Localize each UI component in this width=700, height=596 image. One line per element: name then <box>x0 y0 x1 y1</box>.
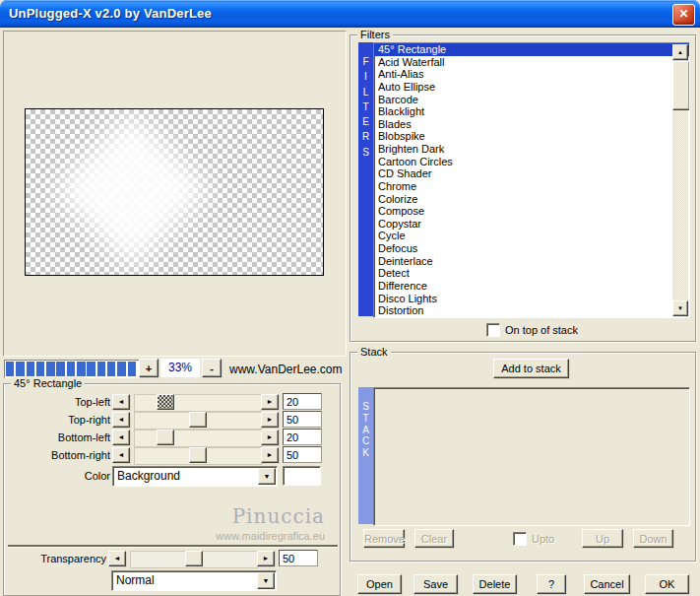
transparency-track[interactable] <box>130 551 258 568</box>
watermark-text: Pinuccia <box>128 504 325 528</box>
chevron-down-icon[interactable]: ▼ <box>258 468 276 485</box>
slider-track[interactable] <box>134 412 262 430</box>
slider-right-arrow-button[interactable]: ► <box>257 551 275 566</box>
filter-list-item[interactable]: Disco Lights <box>374 293 689 305</box>
filter-list-item[interactable]: Blades <box>374 118 689 131</box>
slider-row-top-right: Top-right ◄ ► <box>4 412 340 428</box>
zoom-in-button[interactable]: + <box>139 359 159 377</box>
stack-list[interactable] <box>373 387 690 526</box>
slider-right-arrow-button[interactable]: ► <box>261 394 279 410</box>
stack-groupbox: Stack S T A C K Remove Clear Upto Up Dow… <box>350 352 696 562</box>
save-button[interactable]: Save <box>414 574 458 594</box>
filter-list-item[interactable]: Colorize <box>374 193 689 206</box>
slider-thumb[interactable] <box>157 430 174 445</box>
filter-list-item[interactable]: Difference <box>374 280 689 293</box>
help-button[interactable]: ? <box>537 574 566 594</box>
filter-list-item[interactable]: Compose <box>374 205 689 218</box>
chevron-down-icon[interactable]: ▼ <box>257 572 275 589</box>
right-arrow-icon: ► <box>267 416 274 423</box>
close-button[interactable]: ✕ <box>672 4 695 26</box>
parameter-group-title: 45° Rectangle <box>11 377 85 389</box>
filter-list-scrollbar[interactable]: ▲ ▼ <box>672 44 688 316</box>
filters-side-bar: F I L T E R S <box>358 42 373 316</box>
filter-list-item[interactable]: Deinterlace <box>374 255 689 268</box>
filter-list-item[interactable]: Defocus <box>374 242 689 255</box>
upto-checkbox[interactable] <box>513 532 527 546</box>
on-top-of-stack-label: On top of stack <box>505 324 578 336</box>
filter-list-item[interactable]: CD Shader <box>374 167 689 180</box>
side-letter: S <box>362 401 369 413</box>
color-combobox[interactable]: Background ▼ <box>112 466 278 487</box>
slider-left-arrow-button[interactable]: ◄ <box>112 412 130 428</box>
color-swatch[interactable] <box>283 466 321 486</box>
slider-left-arrow-button[interactable]: ◄ <box>112 430 130 445</box>
scrollbar-down-button[interactable]: ▼ <box>672 300 688 316</box>
filter-list-item[interactable]: Barcode <box>374 94 689 106</box>
filter-list-item[interactable]: Chrome <box>374 180 689 193</box>
filter-list[interactable]: 45° Rectangle Acid Waterfall Anti-Alias … <box>373 42 690 318</box>
slider-label: Top-right <box>12 414 110 426</box>
progress-bar <box>4 360 140 378</box>
upto-label: Upto <box>532 533 554 545</box>
progress-bar-fill <box>6 362 138 376</box>
horizontal-divider <box>8 545 338 547</box>
slider-left-arrow-button[interactable]: ◄ <box>112 447 130 463</box>
filter-list-item[interactable]: Copystar <box>374 218 689 231</box>
filter-list-item[interactable]: Cycle <box>374 230 689 242</box>
filter-list-item[interactable]: Anti-Alias <box>374 68 689 81</box>
filter-list-item[interactable]: Auto Ellipse <box>374 81 689 94</box>
right-arrow-icon: ► <box>267 451 274 458</box>
zoom-out-button[interactable]: - <box>202 359 222 377</box>
side-letter: L <box>363 87 369 101</box>
filter-list-item-selected[interactable]: 45° Rectangle <box>374 43 689 56</box>
scrollbar-thumb[interactable] <box>672 61 690 110</box>
transparency-thumb[interactable] <box>185 551 203 566</box>
delete-button[interactable]: Delete <box>473 574 517 594</box>
on-top-of-stack-checkbox[interactable] <box>486 323 500 337</box>
filter-list-item[interactable]: Blacklight <box>374 105 689 118</box>
filter-list-item[interactable]: Cartoon Circles <box>374 156 689 168</box>
remove-button[interactable]: Remove <box>363 529 405 548</box>
filter-list-item[interactable]: Detect <box>374 267 689 280</box>
left-arrow-icon: ◄ <box>118 416 125 423</box>
add-to-stack-button[interactable]: Add to stack <box>493 359 569 378</box>
watermark-url: www.maidiregrafica.eu <box>128 530 325 542</box>
slider-value-input[interactable] <box>283 446 322 463</box>
slider-thumb[interactable] <box>189 412 207 428</box>
down-arrow-icon: ▼ <box>677 305 683 311</box>
side-letter: R <box>362 131 369 146</box>
slider-thumb[interactable] <box>189 447 207 463</box>
slider-value-input[interactable] <box>283 393 322 410</box>
title-bar[interactable]: UnPlugged-X v2.0 by VanDerLee ✕ <box>0 0 700 28</box>
slider-right-arrow-button[interactable]: ► <box>261 430 279 445</box>
filter-list-item[interactable]: Brighten Dark <box>374 143 689 156</box>
side-letter: S <box>362 147 369 162</box>
scrollbar-up-button[interactable]: ▲ <box>672 44 688 60</box>
filter-list-item[interactable]: Acid Waterfall <box>374 56 689 69</box>
slider-track[interactable] <box>134 430 262 447</box>
blend-mode-combobox[interactable]: Normal ▼ <box>111 570 277 591</box>
slider-value-input[interactable] <box>283 411 322 428</box>
clear-button[interactable]: Clear <box>414 529 454 548</box>
open-button[interactable]: Open <box>357 574 402 594</box>
transparency-value-input[interactable] <box>279 550 318 566</box>
filter-list-item[interactable]: Distortion <box>374 304 689 317</box>
down-button[interactable]: Down <box>633 529 673 548</box>
slider-left-arrow-button[interactable]: ◄ <box>108 551 126 566</box>
slider-thumb[interactable] <box>157 394 174 410</box>
slider-track[interactable] <box>134 447 262 465</box>
slider-left-arrow-button[interactable]: ◄ <box>112 394 130 410</box>
slider-track[interactable] <box>134 394 262 412</box>
slider-right-arrow-button[interactable]: ► <box>261 412 279 428</box>
color-row: Color Background ▼ <box>4 466 340 485</box>
cancel-button[interactable]: Cancel <box>584 574 630 594</box>
slider-right-arrow-button[interactable]: ► <box>261 447 279 463</box>
slider-value-input[interactable] <box>283 429 322 445</box>
right-arrow-icon: ► <box>263 555 270 562</box>
ok-button[interactable]: OK <box>645 574 689 594</box>
filter-list-item[interactable]: Blobspike <box>374 130 689 143</box>
on-top-of-stack-row: On top of stack <box>486 323 578 337</box>
preview-image[interactable] <box>25 108 324 276</box>
filters-groupbox: Filters F I L T E R S 45° Rectangle Acid… <box>350 34 696 342</box>
up-button[interactable]: Up <box>582 529 623 548</box>
